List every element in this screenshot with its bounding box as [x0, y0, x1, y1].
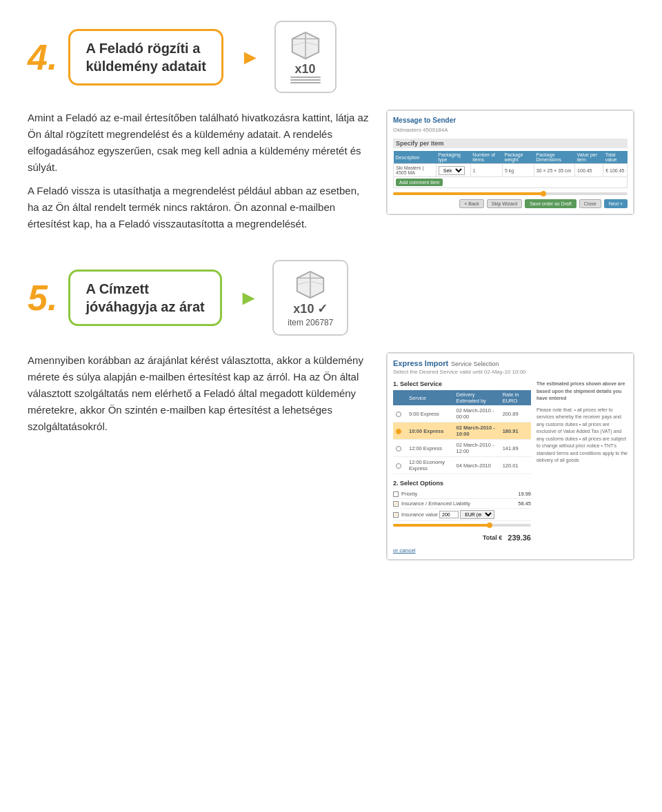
mock4-progress-bar	[393, 192, 628, 195]
mock5-option-priority: Priority 19.99	[393, 489, 531, 499]
section-5: 5. A Címzett jóváhagyja az árat ► x10 ✓ …	[28, 260, 634, 560]
mock5-service-table: Service Delivery Estimated by Rate in EU…	[393, 390, 531, 474]
section4-content: Amint a Feladó az e-mail értesítőben tal…	[28, 110, 634, 239]
mock5-td-delivery-2: 02 March-2010 - 10:00	[454, 423, 500, 440]
mock4-btn-row: « Back Skip Wizard Save order as Draft C…	[393, 199, 628, 208]
package-icon-box-4: x10	[274, 21, 337, 93]
mock5-td-rate-1: 200.89	[500, 405, 531, 423]
package-icon-box-5: x10 ✓ item 206787	[272, 260, 348, 336]
mock4-th-weight: Package weight	[502, 151, 534, 164]
mock4-progress-fill	[393, 192, 545, 195]
mock5-td-rate-2: 180.91	[500, 423, 531, 440]
section5-header: 5. A Címzett jóváhagyja az árat ► x10 ✓ …	[28, 260, 634, 336]
mock4-td-val: 100.45	[575, 164, 603, 177]
mock5-td-delivery-1: 02 March-2010 - 00:00	[454, 405, 500, 423]
mock5-header-row: Express Import Service Selection	[393, 359, 628, 367]
mock4-td-dim: 30 × 25 × 35 cm	[534, 164, 574, 177]
mock4-section-title: Specify per Item	[393, 139, 628, 148]
package-icon-5	[294, 268, 327, 301]
mock4-td-num: 1	[470, 164, 502, 177]
mock5-option-ins-value-label: Insurance value EUR (euro)	[401, 510, 531, 519]
mock5-progress-bar	[393, 524, 531, 527]
section5-content: Amennyiben korábban az árajánlat kérést …	[28, 352, 634, 560]
mock4-btn-draft[interactable]: Save order as Draft	[525, 199, 576, 208]
mock5-progress-dot	[487, 522, 492, 528]
step4-title-line1: A Feladó rögzíti a	[86, 39, 206, 57]
mock5-row-4: 12:00 Economy Express 04 March-2010 120.…	[393, 457, 531, 474]
mock5-th-service: Service	[406, 390, 454, 405]
mock5-td-rate-3: 141.89	[500, 440, 531, 457]
mock4-btn-close[interactable]: Close	[579, 199, 601, 208]
section4-text: Amint a Feladó az e-mail értesítőben tal…	[28, 110, 372, 239]
section5-mock-screen: Express Import Service Selection Select …	[386, 352, 634, 560]
step4-title-box: A Feladó rögzíti a küldemény adatait	[68, 29, 223, 85]
mock5-radio-1[interactable]	[396, 412, 401, 417]
mock5-note-details: Please note that: • all prices refer to …	[536, 407, 628, 465]
mock5-total-label: Total €	[483, 534, 502, 541]
step5-title-box: A Címzett jóváhagyja az árat	[68, 270, 221, 326]
section-4: 4. A Feladó rögzíti a küldemény adatait …	[28, 21, 634, 239]
mock5-td-delivery-4: 04 March-2010	[454, 457, 500, 474]
mock5-cb-insurance[interactable]	[393, 501, 399, 507]
mock4-select-pkg[interactable]: Select	[439, 166, 465, 175]
item-label-5: item 206787	[288, 318, 333, 327]
section5-text: Amennyiben korábban az árajánlat kérést …	[28, 352, 372, 442]
mock5-cb-ins-value[interactable]	[393, 512, 399, 518]
mock4-btn-back[interactable]: « Back	[459, 199, 483, 208]
mock4-add-btn[interactable]: Add comment item	[396, 179, 443, 186]
section5-screenshot: Express Import Service Selection Select …	[386, 352, 634, 560]
mock5-cancel-link[interactable]: or cancel	[393, 547, 415, 554]
mock4-th-dim: Package Dimensions	[534, 151, 574, 164]
mock4-th-pkg: Packaging type	[436, 151, 470, 164]
mock5-td-service-3: 12:00 Express	[406, 440, 454, 457]
mock5-right-note: The estimated prices shown above are bas…	[531, 380, 628, 554]
arrow-right-4: ►	[240, 45, 261, 69]
section4-mock-content: Message to Sender Oldmasters 4509184A Sp…	[387, 110, 634, 214]
section4-paragraph2: A Feladó vissza is utasíthatja a megrend…	[28, 183, 372, 232]
mock5-option-insurance-label: Insurance / Enhanced Liability	[401, 500, 518, 507]
mock4-subheader: Oldmasters 4509184A	[393, 127, 628, 133]
mock5-ins-value-input[interactable]	[439, 511, 459, 518]
mock5-td-service-1: 9:00 Express	[406, 405, 454, 423]
mock5-left-col: 1. Select Service Service Delivery Estim…	[393, 380, 531, 554]
mock5-option-insurance: Insurance / Enhanced Liability 58.45	[393, 499, 531, 509]
step4-number: 4.	[28, 39, 57, 75]
mock4-td-desc: Ski Masters | 4505 MA	[394, 164, 437, 177]
mock5-main-area: 1. Select Service Service Delivery Estim…	[393, 380, 628, 554]
svg-rect-4	[290, 77, 321, 78]
mock5-cb-priority[interactable]	[393, 491, 399, 497]
mock5-radio-3[interactable]	[396, 446, 401, 451]
mock4-td-pkg: Select	[436, 164, 470, 177]
mock4-table: Description Packaging type Number of ite…	[393, 151, 628, 188]
mock5-valid-text: Select the Desired Service valid until 0…	[393, 369, 628, 375]
svg-rect-5	[290, 79, 321, 81]
section5-mock-content: Express Import Service Selection Select …	[387, 353, 634, 560]
mock5-row-2: 10:00 Express 02 March-2010 - 10:00 180.…	[393, 423, 531, 440]
step4-title-line2: küldemény adatait	[86, 57, 206, 75]
arrow-right-5: ►	[239, 286, 259, 309]
mock4-btn-skip[interactable]: Skip Wizard	[487, 199, 522, 208]
mock5-row-3: 12:00 Express 02 March-2010 - 12:00 141.…	[393, 440, 531, 457]
x10-label-4: x10	[295, 62, 316, 77]
mock5-header-sub: Service Selection	[451, 361, 499, 367]
package-icon-4	[289, 29, 322, 62]
mock5-td-service-4: 12:00 Economy Express	[406, 457, 454, 474]
mock5-table-header: Service Delivery Estimated by Rate in EU…	[393, 390, 531, 405]
mock5-th-rate: Rate in EURO	[500, 390, 531, 405]
mock5-option-priority-price: 19.99	[518, 491, 531, 497]
mock4-table-header-row: Description Packaging type Number of ite…	[394, 151, 628, 164]
mock4-td-weight: 5 kg	[502, 164, 534, 177]
mock5-currency-select[interactable]: EUR (euro)	[460, 510, 494, 519]
mock5-td-rate-4: 120.01	[500, 457, 531, 474]
mock5-note-main: The estimated prices shown above are bas…	[536, 380, 628, 403]
mock5-th-delivery: Delivery Estimated by	[454, 390, 500, 405]
mock5-radio-4[interactable]	[396, 463, 401, 469]
mock4-btn-next[interactable]: Next »	[604, 199, 628, 208]
x10-check-5: x10 ✓	[293, 301, 328, 316]
lines-icon-4	[290, 77, 321, 85]
mock5-radio-2-selected[interactable]	[396, 429, 401, 434]
mock5-td-service-2: 10:00 Express	[406, 423, 454, 440]
section4-screenshot: Message to Sender Oldmasters 4509184A Sp…	[386, 110, 634, 215]
mock4-th-val: Value per item	[575, 151, 603, 164]
mock5-td-radio-3	[393, 440, 406, 457]
